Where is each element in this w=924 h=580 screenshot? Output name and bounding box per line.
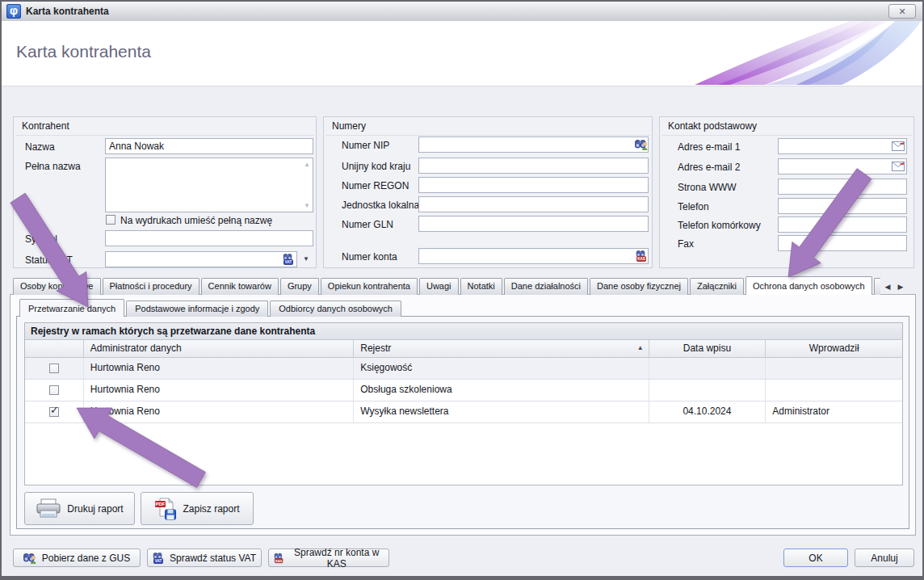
printer-icon [36, 498, 61, 519]
nazwa-label: Nazwa [25, 141, 55, 153]
column-header-data-wpisu[interactable]: Data wpisu [649, 340, 766, 357]
nip-input[interactable] [418, 137, 649, 153]
jednostka-label: Jednostka lokalna [342, 200, 419, 211]
svg-text:VAT: VAT [155, 559, 162, 563]
save-report-button[interactable]: PDF Zapisz raport [141, 492, 254, 525]
column-header-wprowadzil[interactable]: Wprowadził [765, 340, 902, 357]
tab-opiekun-kontrahenta[interactable]: Opiekun kontrahenta [321, 278, 418, 295]
subtab-przetwarzanie-danych[interactable]: Przetwarzanie danych [19, 299, 124, 317]
tab-scroll-left-icon[interactable]: ◀ [882, 281, 893, 292]
subtab-podstawowe-informacje[interactable]: Podstawowe informacje i zgody [126, 301, 268, 317]
row-checkbox[interactable] [49, 385, 59, 395]
check-kas-label: Sprawdź nr konta w KAS [289, 547, 384, 569]
status-vat-input[interactable] [105, 251, 297, 267]
cell-administrator: Hurtownia Reno [83, 380, 353, 401]
gus-binoculars-icon [23, 553, 36, 564]
group-kontakt: Kontakt podstawowy Adres e-mail 1 Adres … [659, 116, 914, 268]
subtab-odbiorcy-danych[interactable]: Odbiorcy danych osobowych [270, 301, 401, 317]
tab-scroll-right-icon[interactable]: ▶ [895, 281, 906, 292]
tab-dodatkowe-clipped[interactable]: Dodat [874, 278, 880, 295]
print-full-name-label: Na wydrukach umieść pełną nazwę [120, 215, 272, 226]
ok-label: OK [808, 553, 822, 564]
cell-wprowadzil [765, 380, 902, 401]
jednostka-input[interactable] [418, 196, 649, 212]
row-checkbox[interactable] [49, 364, 59, 373]
close-button[interactable]: ✕ [888, 4, 916, 19]
title-bar[interactable]: φ Karta kontrahenta ✕ [2, 2, 922, 22]
symbol-label: Symbol [25, 233, 57, 245]
nazwa-input[interactable] [105, 138, 313, 154]
print-full-name-checkbox[interactable] [106, 215, 116, 225]
tab-platnosci-i-procedury[interactable]: Płatności i procedury [103, 278, 200, 295]
email1-label: Adres e-mail 1 [678, 141, 740, 153]
kas-binoculars-icon: KAS [636, 250, 647, 262]
contractor-card-window: φ Karta kontrahenta ✕ Karta kontrahenta … [0, 0, 924, 580]
sub-tab-strip: Przetwarzanie danych Podstawowe informac… [19, 299, 401, 317]
fetch-gus-button[interactable]: Pobierz dane z GUS [13, 548, 141, 567]
fetch-gus-label: Pobierz dane z GUS [42, 553, 130, 564]
group-kontrahent-title: Kontrahent [22, 120, 69, 132]
status-vat-dropdown-icon[interactable]: ▼ [300, 251, 312, 267]
regon-input[interactable] [418, 177, 649, 193]
column-header-checkbox[interactable] [25, 340, 83, 357]
tab-notatki[interactable]: Notatki [460, 278, 502, 295]
tab-dane-dzialalnosci[interactable]: Dane działalności [504, 278, 588, 295]
check-vat-status-button[interactable]: VAT Sprawdź status VAT [147, 548, 262, 567]
registers-table: Rejestry w ramach których są przetwarzan… [24, 322, 903, 485]
pelna-nazwa-label: Pełna nazwa [25, 161, 81, 172]
email1-input[interactable] [778, 138, 907, 154]
pelna-nazwa-textarea[interactable] [105, 158, 313, 212]
table-row[interactable]: Hurtownia Reno Księgowość [25, 358, 902, 380]
cell-rejestr: Księgowość [353, 358, 648, 379]
gln-input[interactable] [418, 216, 649, 232]
textarea-scroll-down-icon[interactable]: ▼ [304, 203, 310, 209]
gus-binoculars-icon [635, 139, 648, 150]
www-input[interactable] [778, 179, 907, 195]
nip-label: Numer NIP [342, 140, 389, 151]
table-row[interactable]: Hurtownia Reno Obsługa szkoleniowa [25, 380, 902, 401]
tab-grupy[interactable]: Grupy [280, 278, 319, 295]
regon-label: Numer REGON [342, 180, 409, 191]
telefon-input[interactable] [778, 198, 907, 214]
check-vat-label: Sprawdź status VAT [170, 553, 256, 564]
konto-input[interactable] [418, 248, 649, 264]
column-header-rejestr-label: Rejestr [360, 343, 391, 354]
kod-kraju-input[interactable] [418, 158, 649, 174]
column-header-rejestr[interactable]: Rejestr ▲ [353, 340, 648, 357]
check-kas-account-button[interactable]: KAS Sprawdź nr konta w KAS [268, 548, 389, 567]
email2-input[interactable] [778, 158, 907, 174]
tab-ochrona-danych-osobowych[interactable]: Ochrona danych osobowych [746, 276, 872, 295]
cell-wprowadzil: Administrator [765, 401, 902, 422]
column-header-administrator[interactable]: Administrator danych [83, 340, 353, 357]
svg-text:KAS: KAS [637, 257, 645, 261]
tab-osoby-kontaktowe[interactable]: Osoby kontaktowe [13, 278, 101, 295]
tab-zalaczniki[interactable]: Załączniki [690, 278, 744, 295]
cell-rejestr: Wysyłka newslettera [353, 401, 648, 422]
tab-dane-osoby-fizycznej[interactable]: Dane osoby fizycznej [590, 278, 688, 295]
cancel-button[interactable]: Anuluj [855, 548, 914, 567]
fax-input[interactable] [778, 235, 907, 251]
group-divider [662, 135, 912, 136]
table-row[interactable]: ✓ Hurtownia Reno Wysyłka newslettera 04.… [25, 401, 902, 423]
window-title: Karta kontrahenta [26, 6, 109, 17]
decorative-swoosh-graphic [688, 21, 922, 85]
row-checkbox-checked[interactable]: ✓ [49, 407, 59, 417]
textarea-scroll-up-icon[interactable]: ▲ [304, 162, 310, 168]
kas-binoculars-icon: KAS [274, 553, 284, 564]
cell-data-wpisu: 04.10.2024 [649, 401, 766, 422]
tab-uwagi[interactable]: Uwagi [419, 278, 459, 295]
pdf-save-icon: PDF [154, 498, 177, 520]
cell-wprowadzil [765, 358, 902, 379]
main-tab-strip: Osoby kontaktowe Płatności i procedury C… [13, 276, 880, 295]
save-report-label: Zapisz raport [183, 503, 239, 515]
komorkowy-input[interactable] [778, 216, 907, 233]
symbol-input[interactable] [105, 230, 313, 246]
ok-button[interactable]: OK [783, 548, 848, 567]
tab-cennik-towarow[interactable]: Cennik towarów [201, 278, 279, 295]
telefon-label: Telefon [678, 201, 709, 212]
group-kontrahent: Kontrahent Nazwa Pełna nazwa ▲ ▼ Na wydr… [13, 116, 317, 268]
group-divider [15, 135, 314, 136]
print-report-button[interactable]: Drukuj raport [24, 492, 135, 525]
cancel-label: Anuluj [871, 553, 897, 564]
gln-label: Numer GLN [342, 219, 393, 230]
